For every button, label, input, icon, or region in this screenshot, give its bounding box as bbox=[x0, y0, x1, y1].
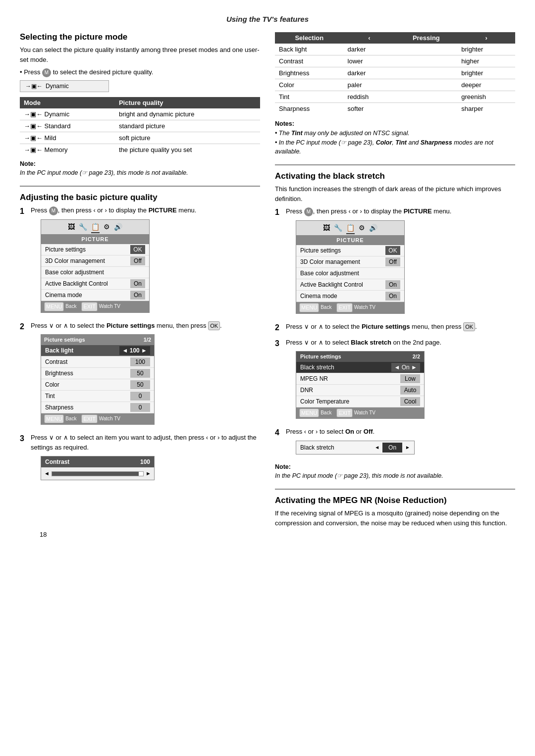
bs-bar-label: Black stretch bbox=[300, 443, 372, 452]
header-title: Using the TV's features bbox=[226, 15, 309, 23]
selection-table-row: Brightnessdarkerbrighter bbox=[275, 67, 515, 79]
sharpness-row: Sharpness0 bbox=[41, 402, 154, 413]
sel-spacer bbox=[395, 44, 457, 55]
mode-cell: →▣← Mild bbox=[20, 132, 115, 144]
tv-menu-row-backlight: Active Backlight ControlOn bbox=[41, 278, 149, 290]
tv-menu-footer-2: MENU Back EXIT Watch TV bbox=[296, 302, 404, 313]
tv-menu-title-1: PICTURE bbox=[41, 234, 149, 245]
icon-2: 🔧 bbox=[79, 222, 87, 233]
contrast-row: Contrast100 bbox=[41, 356, 154, 368]
mode-icon: →▣← bbox=[25, 83, 43, 90]
mode-table-row: →▣← Memorythe picture quality you set bbox=[20, 144, 260, 155]
tv-menu-row-settings: Picture settingsOK bbox=[41, 244, 149, 255]
sel-item: Sharpness bbox=[275, 103, 344, 115]
sel-more: higher bbox=[457, 55, 515, 67]
r-icon-1: 🖼 bbox=[323, 223, 330, 234]
more-col: › bbox=[457, 32, 515, 44]
icon-1: 🖼 bbox=[68, 222, 75, 233]
quality-cell: the picture quality you set bbox=[115, 144, 260, 155]
picture-bold-r: PICTURE bbox=[404, 207, 432, 215]
section3-title: Activating the black stretch bbox=[275, 171, 515, 181]
contrast-fill bbox=[52, 472, 139, 476]
step1: 1 Press M, then press ‹ or › to display … bbox=[20, 205, 260, 317]
black-stretch-bold: Black stretch bbox=[351, 339, 391, 346]
pic2-settings: Picture settings 2/2 Black stretch ◄ On … bbox=[296, 351, 425, 419]
divider2 bbox=[275, 164, 515, 165]
right-step1: 1 Press M, then press ‹ or › to display … bbox=[275, 206, 515, 318]
menu-btn-icon[interactable]: M bbox=[42, 68, 51, 77]
bs-left-arrow[interactable]: ◄ bbox=[374, 444, 379, 451]
backlight-row: Back light ◄ 100 ► bbox=[41, 345, 154, 356]
selection-table-row: Tintreddishgreenish bbox=[275, 91, 515, 103]
tv-menu-row-cinema: Cinema modeOn bbox=[41, 290, 149, 301]
tv-menu-row-base: Base color adjustment bbox=[41, 267, 149, 278]
quality-cell: standard picture bbox=[115, 120, 260, 132]
mode-table-row: →▣← Standardstandard picture bbox=[20, 120, 260, 132]
tv-menu-icons-2: 🖼 🔧 📋 ⚙ 🔊 bbox=[296, 221, 404, 235]
section1-title: Selecting the picture mode bbox=[20, 32, 260, 42]
section1-desc1: You can select the picture quality insta… bbox=[20, 45, 260, 64]
pressing-col: Pressing bbox=[395, 32, 457, 44]
icon-4: ⚙ bbox=[104, 222, 110, 233]
on-bold: On bbox=[345, 428, 354, 435]
notes-label: Notes: bbox=[275, 120, 294, 127]
section3-note-label: Note: bbox=[275, 463, 291, 470]
left-arrow-icon: ◄ bbox=[44, 469, 50, 478]
mode-col-header: Mode bbox=[20, 97, 115, 108]
dnr-row: DNR Auto bbox=[296, 385, 424, 396]
menu-circle-icon[interactable]: M bbox=[49, 206, 58, 215]
r-tv-row-base: Base color adjustment bbox=[296, 268, 404, 279]
right-arrow-icon: ► bbox=[146, 469, 151, 478]
r-tv-row-cinema: Cinema modeOn bbox=[296, 291, 404, 302]
selection-col: Selection bbox=[275, 32, 344, 44]
sel-less: lower bbox=[344, 55, 395, 67]
sel-less: softer bbox=[344, 103, 395, 115]
note-tint: • The Tint may only be adjusted on NTSC … bbox=[275, 130, 410, 137]
pic-settings-title: Picture settings 1/2 bbox=[41, 335, 154, 345]
pic-settings-bold: Picture settings bbox=[107, 322, 155, 329]
sel-less: paler bbox=[344, 79, 395, 91]
brightness-row: Brightness50 bbox=[41, 368, 154, 379]
tint-row: Tint0 bbox=[41, 391, 154, 402]
right-step4: 4 Press ‹ or › to select On or Off. Blac… bbox=[275, 427, 515, 458]
tv-menu-icons: 🖼 🔧 📋 ⚙ 🔊 bbox=[41, 220, 149, 234]
sel-spacer bbox=[395, 55, 457, 67]
steps-list: 1 Press M, then press ‹ or › to display … bbox=[20, 205, 260, 484]
color-row: Color50 bbox=[41, 379, 154, 391]
divider3 bbox=[275, 489, 515, 490]
sel-more: sharper bbox=[457, 103, 515, 115]
mode-table: Mode Picture quality →▣← Dynamicbright a… bbox=[20, 97, 260, 155]
sel-item: Brightness bbox=[275, 67, 344, 79]
pic2-footer: MENU Back EXIT Watch TV bbox=[296, 407, 424, 419]
sel-less: reddish bbox=[344, 91, 395, 103]
r-tv-row-backlight: Active Backlight ControlOn bbox=[296, 279, 404, 291]
dynamic-preview-box: →▣← Dynamic bbox=[20, 80, 109, 92]
less-col: ‹ bbox=[344, 32, 395, 44]
icon-3: 📋 bbox=[91, 222, 100, 233]
note-pc: • In the PC input mode (☞ page 23), Colo… bbox=[275, 139, 493, 155]
right-step2: 2 Press ∨ or ∧ to select the Picture set… bbox=[275, 322, 515, 334]
bs-right-arrow[interactable]: ► bbox=[405, 444, 410, 451]
contrast-bar-wrap: ◄ ► bbox=[41, 467, 154, 480]
selection-table: Selection ‹ Pressing › Back lightdarkerb… bbox=[275, 32, 515, 114]
sel-less: darker bbox=[344, 67, 395, 79]
selection-table-row: Back lightdarkerbrighter bbox=[275, 44, 515, 55]
step3: 3 Press ∨ or ∧ to select an item you wan… bbox=[20, 433, 260, 484]
mode-cell: →▣← Dynamic bbox=[20, 108, 115, 120]
contrast-bar bbox=[52, 471, 144, 476]
mode-table-row: →▣← Dynamicbright and dynamic picture bbox=[20, 108, 260, 120]
menu-circle-r[interactable]: M bbox=[304, 207, 313, 216]
sel-item: Back light bbox=[275, 44, 344, 55]
r-icon-5: 🔊 bbox=[369, 223, 377, 234]
colortemp-row: Color Temperature Cool bbox=[296, 396, 424, 407]
pic2-title: Picture settings 2/2 bbox=[296, 352, 424, 362]
tv-menu-row-3dcolor: 3D Color managementOff bbox=[41, 255, 149, 267]
tv-menu-2: 🖼 🔧 📋 ⚙ 🔊 PICTURE Picture settingsOK 3D … bbox=[296, 220, 405, 314]
mode-cell: →▣← Memory bbox=[20, 144, 115, 155]
section3-desc: This function increases the strength of … bbox=[275, 184, 515, 203]
black-stretch-bar: Black stretch ◄ On ► bbox=[296, 441, 415, 454]
bs-row-active: Black stretch ◄ On ► bbox=[296, 362, 424, 373]
r-pic-settings-bold: Picture settings bbox=[362, 323, 410, 330]
quality-cell: soft picture bbox=[115, 132, 260, 144]
mpegnr-row: MPEG NR Low bbox=[296, 373, 424, 385]
